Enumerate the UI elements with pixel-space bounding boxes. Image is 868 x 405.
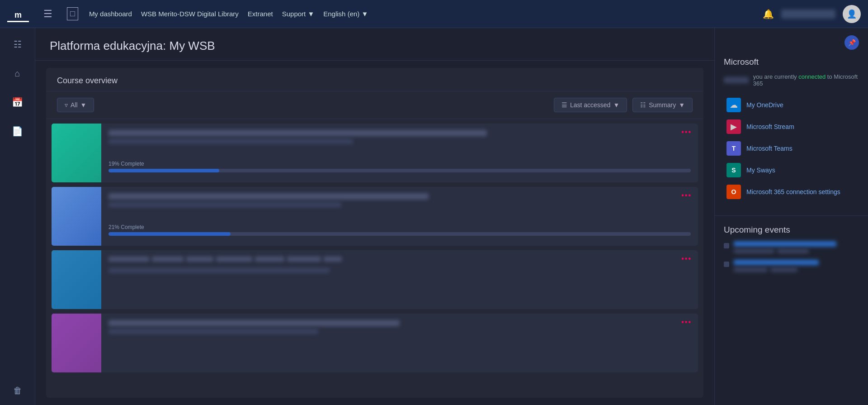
m365-icon: O	[726, 185, 741, 199]
connected-text: you are currently connected to Microsoft…	[753, 73, 859, 87]
table-row[interactable]: 19% Complete •••	[52, 124, 698, 182]
tag-5	[255, 257, 284, 262]
course-info-1: 19% Complete	[101, 124, 698, 182]
event-dot-1	[724, 243, 729, 248]
course-thumbnail-1	[52, 124, 101, 182]
event-sub-bar-1a	[734, 249, 774, 253]
filter-icon: ▿	[65, 101, 68, 109]
teams-icon: T	[726, 141, 741, 156]
progress-track-1	[108, 169, 691, 172]
progress-track-2	[108, 232, 691, 236]
logo-text: m	[14, 10, 22, 20]
upcoming-events-section: Upcoming events	[715, 221, 868, 286]
top-navigation: m ☰ □ My dashboard WSB Merito-DSW Digita…	[0, 0, 868, 28]
list-item[interactable]: ☁ My OneDrive	[724, 94, 859, 116]
right-panel: 📌 Microsoft you are currently connected …	[714, 28, 868, 405]
support-link[interactable]: Support ▼	[282, 10, 315, 18]
course-progress-label-2: 21% Complete	[108, 224, 691, 230]
stream-icon: ▶	[726, 119, 741, 134]
hamburger-button[interactable]: ☰	[40, 6, 56, 22]
event-dot-2	[724, 262, 729, 267]
course-more-button-4[interactable]: •••	[681, 318, 692, 326]
user-name-bar	[781, 10, 835, 19]
pin-button[interactable]: 📌	[844, 35, 859, 50]
summary-button[interactable]: ☷ Summary ▼	[632, 98, 693, 112]
sort-chevron: ▼	[613, 101, 619, 109]
upcoming-events-title: Upcoming events	[724, 225, 859, 235]
content-header: Platforma edukacyjna: My WSB	[35, 28, 714, 61]
event-sub-bar-2a	[734, 267, 768, 272]
list-item[interactable]: T Microsoft Teams	[724, 138, 859, 159]
table-row[interactable]: •••	[52, 250, 698, 309]
tag-6	[287, 257, 321, 262]
extranet-link[interactable]: Extranet	[248, 10, 273, 18]
sidebar-icon-dashboard[interactable]: ☷	[9, 35, 27, 53]
sidebar-icon-calendar[interactable]: 📅	[9, 93, 27, 111]
filter-all-button[interactable]: ▿ All ▼	[57, 98, 94, 112]
course-subtitle-bar-4	[108, 329, 318, 334]
sidebar-icon-trash[interactable]: 🗑	[9, 381, 27, 400]
course-info-4	[101, 314, 698, 372]
event-title-bar-1	[734, 241, 836, 247]
sidebar-icon-document[interactable]: 📄	[9, 122, 27, 140]
course-progress-area-2: 21% Complete	[108, 224, 691, 239]
tag-1	[108, 257, 149, 262]
my-dashboard-link[interactable]: My dashboard	[89, 10, 132, 18]
user-avatar[interactable]: 👤	[843, 5, 861, 23]
course-subtitle-bar-2	[108, 202, 341, 207]
m365-label: Microsoft 365 connection settings	[746, 188, 840, 195]
course-more-button-3[interactable]: •••	[681, 255, 692, 263]
topnav-right: 🔔 👤	[763, 5, 861, 23]
microsoft-section: Microsoft you are currently connected to…	[715, 53, 868, 210]
sways-label: My Sways	[746, 167, 775, 174]
stream-label: Microsoft Stream	[746, 123, 794, 130]
language-chevron: ▼	[361, 10, 368, 18]
course-overview-panel: Course overview ▿ All ▼ ☰ Last accessed …	[46, 68, 703, 398]
tag-2	[152, 257, 184, 262]
content-area: Platforma edukacyjna: My WSB Course over…	[35, 28, 714, 405]
course-progress-label-1: 19% Complete	[108, 161, 691, 167]
list-item[interactable]: S My Sways	[724, 159, 859, 181]
list-item[interactable]: O Microsoft 365 connection settings	[724, 181, 859, 203]
progress-fill-1	[108, 169, 219, 172]
course-title-bar-4	[108, 320, 400, 326]
course-thumbnail-2	[52, 187, 101, 246]
course-thumbnail-3	[52, 250, 101, 309]
list-item	[724, 241, 859, 253]
digital-library-link[interactable]: WSB Merito-DSW Digital Library	[141, 10, 239, 18]
tag-7	[324, 257, 342, 262]
event-title-bar-2	[734, 260, 819, 265]
list-item	[724, 260, 859, 272]
notification-bell[interactable]: 🔔	[763, 9, 774, 19]
table-row[interactable]: •••	[52, 314, 698, 372]
right-panel-top: 📌	[715, 28, 868, 53]
course-more-button-1[interactable]: •••	[681, 128, 692, 136]
tag-3	[186, 257, 213, 262]
sidebar-icon-home[interactable]: ⌂	[9, 64, 27, 82]
course-more-button-2[interactable]: •••	[681, 191, 692, 200]
event-sub-bar-1b	[777, 249, 809, 253]
section-divider	[715, 215, 868, 216]
event-sub-bars-2	[734, 267, 859, 272]
sort-icon: ☰	[561, 101, 567, 109]
course-subtitle-bar-3	[108, 268, 330, 273]
tag-4	[216, 257, 252, 262]
fullscreen-button[interactable]: □	[67, 7, 78, 20]
table-row[interactable]: 21% Complete •••	[52, 187, 698, 246]
connected-highlight: connected	[798, 73, 826, 80]
course-list: 19% Complete •••	[46, 124, 703, 382]
last-accessed-button[interactable]: ☰ Last accessed ▼	[554, 98, 627, 112]
onedrive-label: My OneDrive	[746, 101, 783, 109]
course-title-bar-2	[108, 193, 429, 200]
course-overview-title: Course overview	[46, 68, 703, 91]
page-title: Platforma edukacyjna: My WSB	[50, 39, 700, 53]
course-title-bar-1	[108, 130, 487, 136]
onedrive-icon: ☁	[726, 98, 741, 112]
app-logo[interactable]: m	[7, 6, 29, 22]
course-info-2: 21% Complete	[101, 187, 698, 246]
course-subtitle-bar-1	[108, 139, 353, 144]
list-item[interactable]: ▶ Microsoft Stream	[724, 116, 859, 138]
language-selector[interactable]: English (en) ▼	[323, 10, 368, 18]
main-layout: ☷ ⌂ 📅 📄 🗑 Platforma edukacyjna: My WSB C…	[0, 28, 868, 405]
ms-connected-bar	[724, 77, 749, 83]
